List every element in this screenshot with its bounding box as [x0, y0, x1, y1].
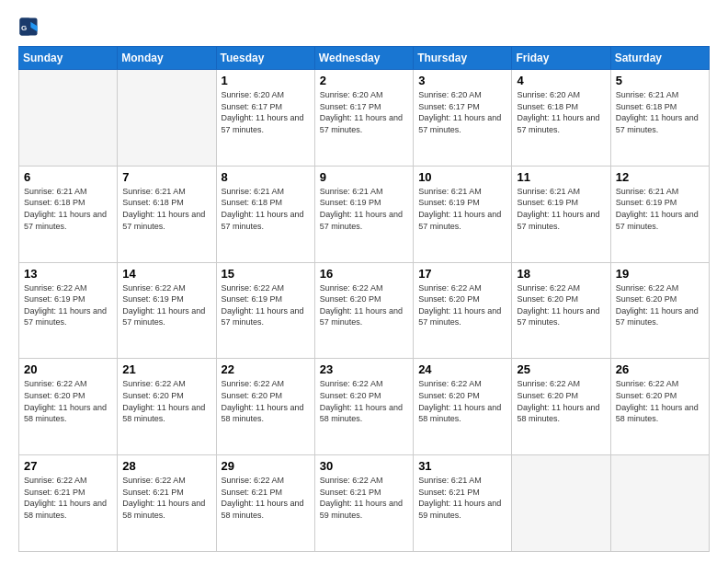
- calendar-cell: 17Sunrise: 6:22 AM Sunset: 6:20 PM Dayli…: [414, 262, 512, 359]
- calendar-cell: 27Sunrise: 6:22 AM Sunset: 6:21 PM Dayli…: [19, 455, 118, 552]
- day-number: 26: [616, 362, 704, 376]
- header: G: [18, 17, 710, 37]
- day-number: 9: [320, 170, 408, 184]
- day-info: Sunrise: 6:22 AM Sunset: 6:21 PM Dayligh…: [222, 475, 310, 521]
- calendar-cell: [19, 70, 118, 167]
- day-number: 30: [320, 459, 408, 473]
- day-info: Sunrise: 6:22 AM Sunset: 6:20 PM Dayligh…: [616, 378, 704, 424]
- day-info: Sunrise: 6:21 AM Sunset: 6:19 PM Dayligh…: [616, 186, 704, 232]
- day-number: 28: [122, 459, 210, 473]
- day-number: 19: [616, 267, 704, 281]
- day-info: Sunrise: 6:22 AM Sunset: 6:21 PM Dayligh…: [122, 475, 210, 521]
- weekday-header-friday: Friday: [512, 47, 610, 70]
- day-number: 4: [517, 74, 605, 87]
- day-info: Sunrise: 6:22 AM Sunset: 6:20 PM Dayligh…: [517, 282, 605, 328]
- week-row-1: 6Sunrise: 6:21 AM Sunset: 6:18 PM Daylig…: [19, 166, 710, 262]
- day-info: Sunrise: 6:22 AM Sunset: 6:20 PM Dayligh…: [320, 378, 408, 424]
- day-info: Sunrise: 6:21 AM Sunset: 6:18 PM Dayligh…: [24, 186, 112, 232]
- svg-text:G: G: [21, 24, 27, 32]
- calendar-cell: 8Sunrise: 6:21 AM Sunset: 6:18 PM Daylig…: [216, 166, 314, 262]
- weekday-header-monday: Monday: [118, 47, 216, 70]
- day-info: Sunrise: 6:22 AM Sunset: 6:20 PM Dayligh…: [320, 282, 408, 328]
- calendar-cell: 7Sunrise: 6:21 AM Sunset: 6:18 PM Daylig…: [118, 166, 216, 262]
- day-number: 2: [320, 74, 408, 87]
- calendar-cell: 2Sunrise: 6:20 AM Sunset: 6:17 PM Daylig…: [314, 70, 413, 167]
- day-info: Sunrise: 6:21 AM Sunset: 6:18 PM Dayligh…: [616, 89, 704, 135]
- day-info: Sunrise: 6:20 AM Sunset: 6:18 PM Dayligh…: [517, 89, 605, 135]
- day-info: Sunrise: 6:22 AM Sunset: 6:20 PM Dayligh…: [517, 378, 605, 424]
- day-number: 7: [122, 170, 210, 184]
- logo: G: [18, 17, 42, 37]
- day-info: Sunrise: 6:22 AM Sunset: 6:21 PM Dayligh…: [320, 475, 408, 521]
- calendar-cell: 23Sunrise: 6:22 AM Sunset: 6:20 PM Dayli…: [314, 359, 413, 455]
- day-info: Sunrise: 6:22 AM Sunset: 6:21 PM Dayligh…: [24, 475, 112, 521]
- day-number: 18: [517, 267, 605, 281]
- logo-icon: G: [18, 17, 39, 37]
- day-number: 16: [320, 267, 408, 281]
- week-row-3: 20Sunrise: 6:22 AM Sunset: 6:20 PM Dayli…: [19, 359, 710, 455]
- calendar-cell: 21Sunrise: 6:22 AM Sunset: 6:20 PM Dayli…: [118, 359, 216, 455]
- calendar-cell: 25Sunrise: 6:22 AM Sunset: 6:20 PM Dayli…: [512, 359, 610, 455]
- day-number: 10: [418, 170, 506, 184]
- day-number: 23: [320, 362, 408, 376]
- weekday-header-row: SundayMondayTuesdayWednesdayThursdayFrid…: [19, 47, 710, 70]
- calendar-cell: [118, 70, 216, 167]
- calendar-cell: 10Sunrise: 6:21 AM Sunset: 6:19 PM Dayli…: [414, 166, 512, 262]
- day-info: Sunrise: 6:21 AM Sunset: 6:18 PM Dayligh…: [222, 186, 310, 232]
- day-info: Sunrise: 6:22 AM Sunset: 6:20 PM Dayligh…: [616, 282, 704, 328]
- week-row-4: 27Sunrise: 6:22 AM Sunset: 6:21 PM Dayli…: [19, 455, 710, 552]
- day-number: 24: [418, 362, 506, 376]
- day-number: 25: [517, 362, 605, 376]
- week-row-2: 13Sunrise: 6:22 AM Sunset: 6:19 PM Dayli…: [19, 262, 710, 359]
- calendar-cell: 26Sunrise: 6:22 AM Sunset: 6:20 PM Dayli…: [610, 359, 709, 455]
- day-number: 8: [222, 170, 310, 184]
- weekday-header-wednesday: Wednesday: [314, 47, 413, 70]
- day-number: 1: [222, 74, 310, 87]
- day-info: Sunrise: 6:22 AM Sunset: 6:20 PM Dayligh…: [222, 378, 310, 424]
- day-info: Sunrise: 6:22 AM Sunset: 6:19 PM Dayligh…: [222, 282, 310, 328]
- calendar-cell: 20Sunrise: 6:22 AM Sunset: 6:20 PM Dayli…: [19, 359, 118, 455]
- calendar-cell: 3Sunrise: 6:20 AM Sunset: 6:17 PM Daylig…: [414, 70, 512, 167]
- day-number: 11: [517, 170, 605, 184]
- page: G SundayMondayTuesdayWednesdayThursdayFr…: [0, 0, 728, 563]
- calendar-cell: 29Sunrise: 6:22 AM Sunset: 6:21 PM Dayli…: [216, 455, 314, 552]
- day-number: 22: [222, 362, 310, 376]
- calendar-cell: 18Sunrise: 6:22 AM Sunset: 6:20 PM Dayli…: [512, 262, 610, 359]
- day-info: Sunrise: 6:20 AM Sunset: 6:17 PM Dayligh…: [320, 89, 408, 135]
- weekday-header-thursday: Thursday: [414, 47, 512, 70]
- calendar-cell: 1Sunrise: 6:20 AM Sunset: 6:17 PM Daylig…: [216, 70, 314, 167]
- day-number: 20: [24, 362, 112, 376]
- weekday-header-saturday: Saturday: [610, 47, 709, 70]
- day-info: Sunrise: 6:20 AM Sunset: 6:17 PM Dayligh…: [222, 89, 310, 135]
- day-number: 21: [122, 362, 210, 376]
- calendar-cell: 5Sunrise: 6:21 AM Sunset: 6:18 PM Daylig…: [610, 70, 709, 167]
- day-number: 29: [222, 459, 310, 473]
- day-number: 6: [24, 170, 112, 184]
- week-row-0: 1Sunrise: 6:20 AM Sunset: 6:17 PM Daylig…: [19, 70, 710, 167]
- weekday-header-tuesday: Tuesday: [216, 47, 314, 70]
- day-number: 5: [616, 74, 704, 87]
- day-info: Sunrise: 6:22 AM Sunset: 6:20 PM Dayligh…: [418, 378, 506, 424]
- weekday-header-sunday: Sunday: [19, 47, 118, 70]
- day-info: Sunrise: 6:21 AM Sunset: 6:21 PM Dayligh…: [418, 475, 506, 521]
- day-info: Sunrise: 6:22 AM Sunset: 6:19 PM Dayligh…: [24, 282, 112, 328]
- calendar-cell: 22Sunrise: 6:22 AM Sunset: 6:20 PM Dayli…: [216, 359, 314, 455]
- calendar: SundayMondayTuesdayWednesdayThursdayFrid…: [18, 46, 710, 552]
- calendar-cell: [610, 455, 709, 552]
- calendar-cell: [512, 455, 610, 552]
- day-number: 14: [122, 267, 210, 281]
- day-info: Sunrise: 6:22 AM Sunset: 6:20 PM Dayligh…: [24, 378, 112, 424]
- calendar-cell: 9Sunrise: 6:21 AM Sunset: 6:19 PM Daylig…: [314, 166, 413, 262]
- calendar-cell: 28Sunrise: 6:22 AM Sunset: 6:21 PM Dayli…: [118, 455, 216, 552]
- day-number: 15: [222, 267, 310, 281]
- calendar-cell: 15Sunrise: 6:22 AM Sunset: 6:19 PM Dayli…: [216, 262, 314, 359]
- calendar-cell: 4Sunrise: 6:20 AM Sunset: 6:18 PM Daylig…: [512, 70, 610, 167]
- day-info: Sunrise: 6:20 AM Sunset: 6:17 PM Dayligh…: [418, 89, 506, 135]
- day-info: Sunrise: 6:21 AM Sunset: 6:19 PM Dayligh…: [320, 186, 408, 232]
- calendar-cell: 24Sunrise: 6:22 AM Sunset: 6:20 PM Dayli…: [414, 359, 512, 455]
- day-info: Sunrise: 6:21 AM Sunset: 6:19 PM Dayligh…: [517, 186, 605, 232]
- calendar-cell: 19Sunrise: 6:22 AM Sunset: 6:20 PM Dayli…: [610, 262, 709, 359]
- day-info: Sunrise: 6:22 AM Sunset: 6:20 PM Dayligh…: [418, 282, 506, 328]
- day-number: 17: [418, 267, 506, 281]
- calendar-cell: 30Sunrise: 6:22 AM Sunset: 6:21 PM Dayli…: [314, 455, 413, 552]
